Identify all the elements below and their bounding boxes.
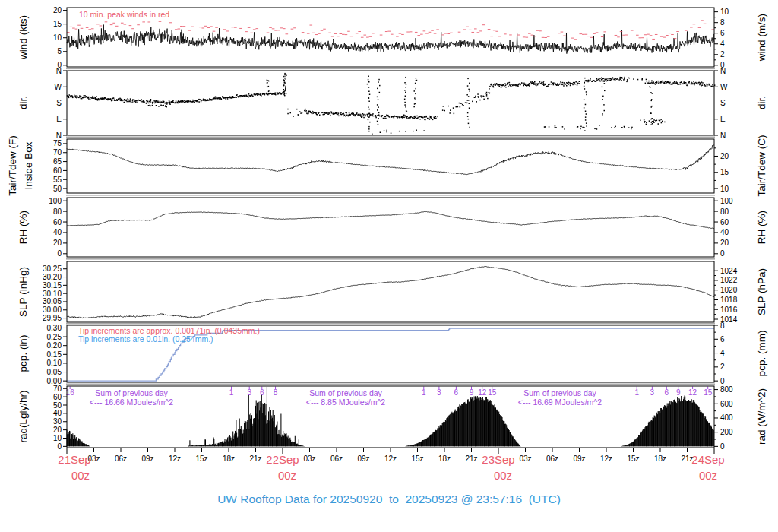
svg-text:E: E [720,115,726,123]
svg-text:20: 20 [720,152,729,160]
svg-text:21z: 21z [249,454,261,463]
svg-text:75: 75 [53,139,62,147]
svg-text:0.15: 0.15 [47,350,62,359]
svg-text:21Sep: 21Sep [58,453,90,466]
svg-text:30.15: 30.15 [43,281,62,290]
svg-text:70: 70 [53,385,62,393]
svg-text:12z: 12z [169,454,181,463]
axis-ticks [63,11,718,447]
svg-text:12: 12 [478,388,487,397]
svg-text:15: 15 [53,20,62,28]
svg-text:1020: 1020 [720,286,738,294]
svg-text:9: 9 [676,388,681,397]
svg-text:70: 70 [53,148,62,157]
svg-text:4: 4 [720,349,725,357]
svg-text:24Sep: 24Sep [691,453,724,466]
svg-text:40: 40 [53,228,62,236]
y-axis-title-tair-f: Tair/Tdew (F) [7,135,18,196]
svg-text:0.10: 0.10 [47,359,62,367]
svg-text:S: S [720,99,726,107]
panel-frames [67,8,714,448]
svg-text:50: 50 [53,185,62,193]
y-axis-title-pcp-in: pcp. (in) [17,335,29,372]
svg-text:12: 12 [688,388,697,397]
svg-text:20: 20 [720,239,729,247]
svg-text:6: 6 [720,29,725,37]
rh-series [67,211,714,228]
svg-text:0: 0 [720,377,725,385]
rad-sum-day1-line1: Sum of previous day [95,388,168,397]
svg-text:6: 6 [665,388,669,397]
svg-text:65: 65 [53,157,62,166]
svg-text:100: 100 [49,197,62,205]
y-axis-title-slp-hpa: SLP (hPa) [756,268,767,315]
svg-text:400: 400 [720,413,733,422]
y-axis-title-wind-ms: wind (m/s) [756,14,767,61]
svg-text:600: 600 [720,400,733,408]
svg-text:40: 40 [53,409,62,417]
svg-text:80: 80 [720,207,729,216]
rad-sum-day3-line2: <--- 16.69 MJoules/m^2 [518,397,602,407]
svg-text:18z: 18z [438,454,451,463]
svg-text:1: 1 [634,388,639,397]
svg-text:3: 3 [437,388,441,397]
svg-text:09z: 09z [357,454,369,463]
svg-text:20: 20 [53,239,62,247]
temperature-series [67,145,714,175]
svg-text:0: 0 [57,249,62,258]
svg-text:03z: 03z [519,454,531,463]
svg-text:00z: 00z [699,469,717,482]
svg-text:09z: 09z [141,454,153,463]
svg-text:60: 60 [720,218,729,226]
svg-text:30.10: 30.10 [43,290,62,298]
svg-text:9: 9 [470,388,474,397]
svg-text:1016: 1016 [720,306,738,314]
svg-text:10: 10 [53,434,62,442]
y-axis-title-pcp-mm: pcp. (mm) [756,331,767,377]
wind-speed-series [67,25,714,54]
svg-text:15: 15 [704,388,713,397]
svg-text:N: N [56,67,62,75]
svg-text:50: 50 [53,401,62,410]
y-axis-title-rh-right: RH (%) [756,211,767,244]
meteogram-page: 1613681369121513691215051015200246810NWS… [0,0,778,532]
svg-text:15z: 15z [195,454,207,463]
svg-text:0: 0 [720,442,725,451]
svg-text:W: W [720,83,728,91]
svg-text:06z: 06z [330,454,343,463]
svg-text:0: 0 [57,442,62,451]
svg-text:1022: 1022 [720,276,738,284]
svg-text:8: 8 [720,18,725,27]
svg-text:0.30: 0.30 [47,324,62,332]
svg-text:800: 800 [720,385,733,394]
svg-text:30.25: 30.25 [43,264,62,273]
svg-text:30.05: 30.05 [43,297,62,306]
svg-text:30.00: 30.00 [43,306,62,314]
svg-text:S: S [56,99,62,107]
svg-text:00z: 00z [71,469,90,482]
slp-series [67,267,714,318]
svg-text:3: 3 [247,388,251,397]
svg-text:22Sep: 22Sep [266,453,299,466]
rad-sum-day2-line1: Sum of previous day [309,388,382,397]
svg-text:80: 80 [53,207,62,216]
y-axis-title-rad-lgly: rad(Lgly/hr) [17,390,29,442]
svg-text:200: 200 [720,428,733,436]
svg-text:18z: 18z [223,454,235,463]
svg-text:N: N [56,131,62,140]
svg-text:29.95: 29.95 [43,314,62,322]
svg-text:60: 60 [53,218,62,226]
rad-sum-day1-line2: <--- 16.66 MJoules/m^2 [90,397,173,407]
svg-text:E: E [56,115,62,123]
svg-text:1018: 1018 [720,296,738,304]
svg-text:3: 3 [650,388,655,397]
svg-text:60: 60 [53,393,62,401]
y-axis-title-dir-right: dir. [756,96,767,109]
svg-text:12z: 12z [384,454,397,463]
svg-text:15: 15 [488,388,497,397]
svg-text:100: 100 [720,197,733,205]
svg-text:18z: 18z [654,454,666,463]
svg-text:2: 2 [720,50,725,59]
svg-text:1024: 1024 [720,267,738,275]
svg-text:1: 1 [229,388,234,397]
